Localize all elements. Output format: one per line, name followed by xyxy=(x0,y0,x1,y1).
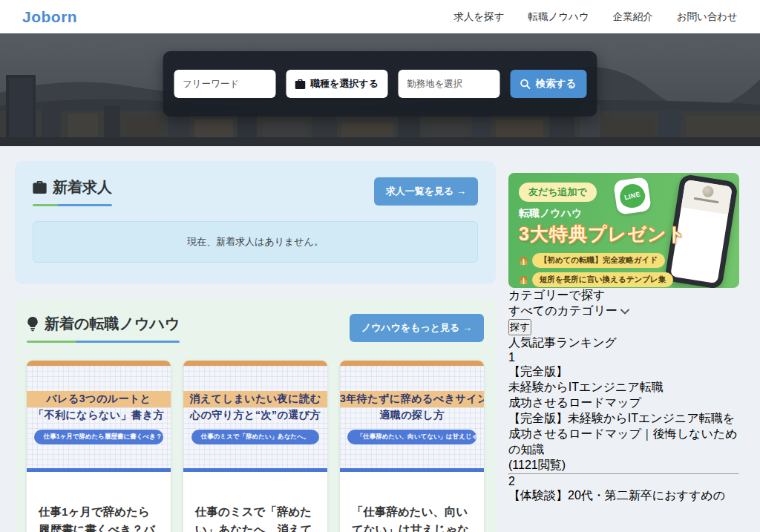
line-banner-title: 3大特典プレゼント xyxy=(519,222,729,246)
ranking-widget-title: 人気記事ランキング xyxy=(508,335,739,351)
keyword-input[interactable] xyxy=(174,70,275,98)
ranking-item-views: (1121閲覧) xyxy=(508,458,739,473)
nav-item-contact[interactable]: お問い合わせ xyxy=(677,10,738,24)
thumb-headline-2: 「不利にならない」書き方 xyxy=(27,409,171,422)
knowhow-section: 新着の転職ノウハウ ノウハウをもっと見る → バレる3つのルートと 「不利になら… xyxy=(15,299,496,532)
line-benefit-label: 短所を長所に言い換えるテンプレ集 xyxy=(532,272,673,287)
knowhow-article-card[interactable]: バレる3つのルートと 「不利にならない」書き方 仕事1ヶ月で辞めたら履歴書に書く… xyxy=(27,361,171,532)
brand-logo[interactable]: Joborn xyxy=(22,8,77,26)
thumb-headline-1: 3年待たずに辞めるべきサインと xyxy=(340,391,484,407)
nav-item-knowhow[interactable]: 転職ノウハウ xyxy=(528,10,589,24)
thumb-pill: 仕事のミスで「辞めたい」あなたへ。 xyxy=(191,430,320,444)
job-type-select-label: 職種を選択する xyxy=(310,77,379,91)
nav-item-companies[interactable]: 企業紹介 xyxy=(613,10,653,24)
briefcase-icon xyxy=(295,79,305,89)
line-benefit-item: 短所を長所に言い換えるテンプレ集 xyxy=(519,272,729,287)
search-submit-label: 検索する xyxy=(536,77,577,91)
left-column: 新着求人 求人一覧を見る → 現在、新着求人はありません。 xyxy=(15,161,496,532)
briefcase-icon xyxy=(33,181,47,194)
location-input[interactable] xyxy=(398,70,499,98)
heading-underline xyxy=(27,341,180,343)
new-jobs-heading: 新着求人 xyxy=(33,177,112,206)
thumb-pill: 仕事1ヶ月で辞めたら履歴書に書くべき？ xyxy=(34,430,164,444)
knowhow-article-list: バレる3つのルートと 「不利にならない」書き方 仕事1ヶ月で辞めたら履歴書に書く… xyxy=(27,361,484,532)
chevron-down-icon xyxy=(620,309,629,315)
hero-search-panel: 職種を選択する 検索する xyxy=(163,51,597,116)
thumb-headline-2: 心の守り方と“次”の選び方 xyxy=(183,409,327,422)
line-promo-banner[interactable]: 友だち追加で LINE 転職ノウハウ 3大特典プレゼント 【初めての転職】完全攻… xyxy=(508,173,739,288)
category-widget: カテゴリーで探す すべてのカテゴリー 探す xyxy=(508,288,739,335)
rank-badge: 2 xyxy=(508,475,515,487)
rank-badge: 1 xyxy=(508,351,515,364)
category-widget-title: カテゴリーで探す xyxy=(508,288,739,303)
view-all-jobs-button[interactable]: 求人一覧を見る → xyxy=(374,177,478,206)
hero-section: 職種を選択する 検索する xyxy=(0,33,760,146)
nav-item-jobs[interactable]: 求人を探す xyxy=(453,10,504,24)
line-benefit-list: 【初めての転職】完全攻略ガイド 短所を長所に言い換えるテンプレ集 xyxy=(519,253,729,288)
knowhow-article-card[interactable]: 3年待たずに辞めるべきサインと 適職の探し方 「仕事辞めたい、向いてない」は甘え… xyxy=(340,361,484,532)
heading-underline xyxy=(33,204,112,206)
thumb-headline-1: 消えてしまいたい夜に読む xyxy=(183,391,327,407)
ranking-item[interactable]: 2 【体験談】20代・第二新卒におすすめの xyxy=(508,475,739,504)
lightbulb-icon xyxy=(27,317,39,332)
page: Joborn 求人を探す 転職ノウハウ 企業紹介 お問い合わせ xyxy=(0,0,760,532)
sidebar: 友だち追加で LINE 転職ノウハウ 3大特典プレゼント 【初めての転職】完全攻… xyxy=(508,161,739,504)
knowhow-heading: 新着の転職ノウハウ xyxy=(27,314,180,343)
main-nav: 求人を探す 転職ノウハウ 企業紹介 お問い合わせ xyxy=(453,10,738,24)
new-jobs-section: 新着求人 求人一覧を見る → 現在、新着求人はありません。 xyxy=(15,161,496,284)
category-select[interactable]: すべてのカテゴリー xyxy=(508,303,739,319)
ranking-item[interactable]: 1 【完全版】 未経験からITエンジニア転職 成功させるロードマップ 【完全版】… xyxy=(508,351,739,473)
ranking-widget: 人気記事ランキング 1 【完全版】 未経験からITエンジニア転職 成功させるロー… xyxy=(508,335,739,504)
article-thumbnail: 消えてしまいたい夜に読む 心の守り方と“次”の選び方 仕事のミスで「辞めたい」あ… xyxy=(183,361,327,472)
gift-icon xyxy=(519,275,528,285)
line-benefit-item: 【初めての転職】完全攻略ガイド xyxy=(519,253,729,268)
knowhow-article-card[interactable]: 消えてしまいたい夜に読む 心の守り方と“次”の選び方 仕事のミスで「辞めたい」あ… xyxy=(183,361,327,532)
thumb-headline-2: 適職の探し方 xyxy=(340,409,484,422)
line-benefit-label: 【初めての転職】完全攻略ガイド xyxy=(532,253,665,268)
knowhow-title: 新着の転職ノウハウ xyxy=(45,314,180,334)
category-select-value: すべてのカテゴリー xyxy=(508,304,618,317)
gift-icon xyxy=(519,256,528,266)
thumb-pill: 「仕事辞めたい、向いてない」は甘えじゃない！ xyxy=(347,430,477,444)
search-icon xyxy=(520,79,531,89)
job-type-select-button[interactable]: 職種を選択する xyxy=(286,70,387,98)
ranking-thumbnail: 【完全版】 未経験からITエンジニア転職 成功させるロードマップ xyxy=(508,364,739,411)
article-title: 「仕事辞めたい、向いてない」は甘えじゃない！3年待たずに辞めるべきサインと適職の… xyxy=(352,503,472,532)
thumb-headline-1: バレる3つのルートと xyxy=(27,391,171,407)
search-submit-button[interactable]: 検索する xyxy=(510,70,586,98)
header: Joborn 求人を探す 転職ノウハウ 企業紹介 お問い合わせ xyxy=(0,0,760,33)
category-widget-header: カテゴリーで探す xyxy=(508,288,739,303)
new-jobs-title: 新着求人 xyxy=(53,177,112,197)
ranking-item-title: 【完全版】未経験からITエンジニア転職を成功させるロードマップ｜後悔しないための… xyxy=(508,411,739,458)
line-banner-badge: 友だち追加で xyxy=(519,183,597,202)
ranking-widget-header: 人気記事ランキング xyxy=(508,335,739,351)
article-thumbnail: 3年待たずに辞めるべきサインと 適職の探し方 「仕事辞めたい、向いてない」は甘え… xyxy=(340,361,484,472)
category-search-button[interactable]: 探す xyxy=(508,319,531,335)
article-title: 仕事1ヶ月で辞めたら履歴書に書くべき？バレる3つのルートと「不利にならない」書き… xyxy=(39,503,159,532)
new-jobs-empty-message: 現在、新着求人はありません。 xyxy=(33,221,478,263)
ranking-item-title: 【体験談】20代・第二新卒におすすめの xyxy=(508,488,739,504)
article-title: 仕事のミスで「辞めたい」あなたへ。消えてしまいたい夜に読む心の守り方と“次”の選… xyxy=(195,503,315,532)
main-content: 新着求人 求人一覧を見る → 現在、新着求人はありません。 xyxy=(0,146,760,532)
line-app-icon: LINE xyxy=(613,177,652,215)
more-knowhow-button[interactable]: ノウハウをもっと見る → xyxy=(350,314,484,342)
article-thumbnail: バレる3つのルートと 「不利にならない」書き方 仕事1ヶ月で辞めたら履歴書に書く… xyxy=(27,361,171,472)
